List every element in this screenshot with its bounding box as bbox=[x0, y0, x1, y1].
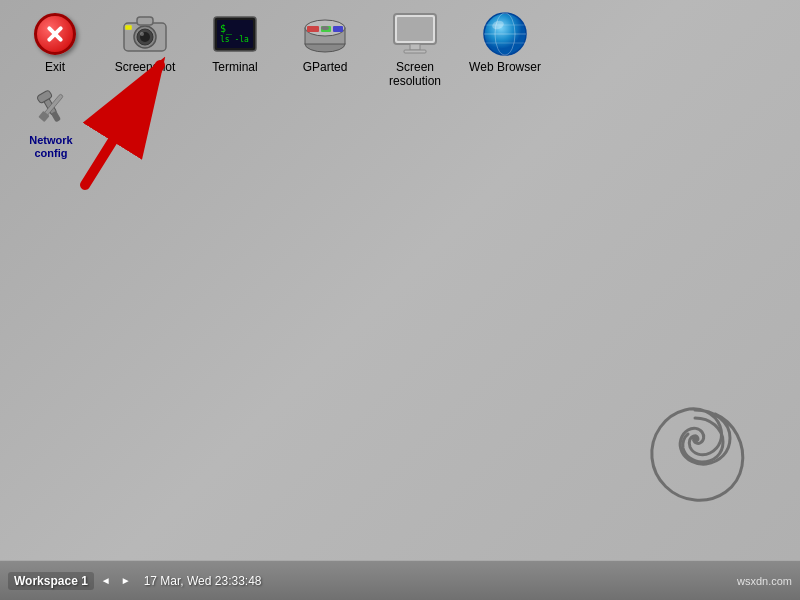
workspace-next-button[interactable]: ► bbox=[118, 573, 134, 588]
workspace-label: Workspace 1 bbox=[8, 572, 94, 590]
debian-swirl-logo bbox=[630, 400, 760, 530]
svg-rect-5 bbox=[137, 17, 153, 25]
svg-text:ls -la: ls -la bbox=[220, 35, 249, 44]
gparted-button[interactable]: GParted bbox=[280, 6, 370, 78]
svg-rect-6 bbox=[125, 25, 132, 30]
screenshot-icon bbox=[122, 15, 168, 53]
network-config-label: Network config bbox=[12, 134, 90, 160]
svg-point-4 bbox=[140, 32, 144, 36]
webbrowser-button[interactable]: Web Browser bbox=[460, 6, 550, 78]
workspace-prev-button[interactable]: ◄ bbox=[98, 573, 114, 588]
webbrowser-label: Web Browser bbox=[469, 60, 541, 74]
svg-rect-19 bbox=[397, 17, 433, 41]
svg-point-17 bbox=[321, 26, 329, 30]
terminal-icon-container: $_ ls -la bbox=[211, 10, 259, 58]
svg-rect-21 bbox=[404, 50, 426, 53]
webbrowser-icon bbox=[482, 11, 528, 57]
screenres-button[interactable]: Screen resolution bbox=[370, 6, 460, 93]
svg-rect-16 bbox=[333, 26, 343, 32]
exit-icon-container bbox=[31, 10, 79, 58]
gparted-icon-container bbox=[301, 10, 349, 58]
taskbar: Workspace 1 ◄ ► 17 Mar, Wed 23:33:48 wsx… bbox=[0, 560, 800, 600]
webbrowser-icon-container bbox=[481, 10, 529, 58]
svg-text:$_: $_ bbox=[220, 23, 233, 35]
svg-rect-14 bbox=[307, 26, 319, 32]
screenshot-button[interactable]: Screenshot bbox=[100, 6, 190, 78]
exit-button[interactable]: Exit bbox=[10, 6, 100, 78]
terminal-icon: $_ ls -la bbox=[213, 16, 257, 52]
network-config-icon bbox=[30, 87, 72, 129]
taskbar-datetime: 17 Mar, Wed 23:33:48 bbox=[144, 574, 262, 588]
network-config-icon-container bbox=[27, 84, 75, 132]
terminal-button[interactable]: $_ ls -la Terminal bbox=[190, 6, 280, 78]
exit-icon bbox=[34, 13, 76, 55]
workspace-area: Workspace 1 ◄ ► bbox=[8, 572, 134, 590]
gparted-icon bbox=[303, 14, 347, 54]
toolbar: Exit Screenshot bbox=[0, 0, 800, 99]
screenres-icon bbox=[392, 12, 438, 56]
screenres-label: Screen resolution bbox=[376, 60, 454, 89]
screenres-icon-container bbox=[391, 10, 439, 58]
desktop: Exit Screenshot bbox=[0, 0, 800, 560]
network-config-button[interactable]: Network config bbox=[6, 80, 96, 164]
screenshot-label: Screenshot bbox=[115, 60, 176, 74]
terminal-label: Terminal bbox=[212, 60, 257, 74]
taskbar-brand: wsxdn.com bbox=[737, 575, 792, 587]
gparted-label: GParted bbox=[303, 60, 348, 74]
exit-label: Exit bbox=[45, 60, 65, 74]
screenshot-icon-container bbox=[121, 10, 169, 58]
svg-rect-20 bbox=[410, 44, 420, 50]
